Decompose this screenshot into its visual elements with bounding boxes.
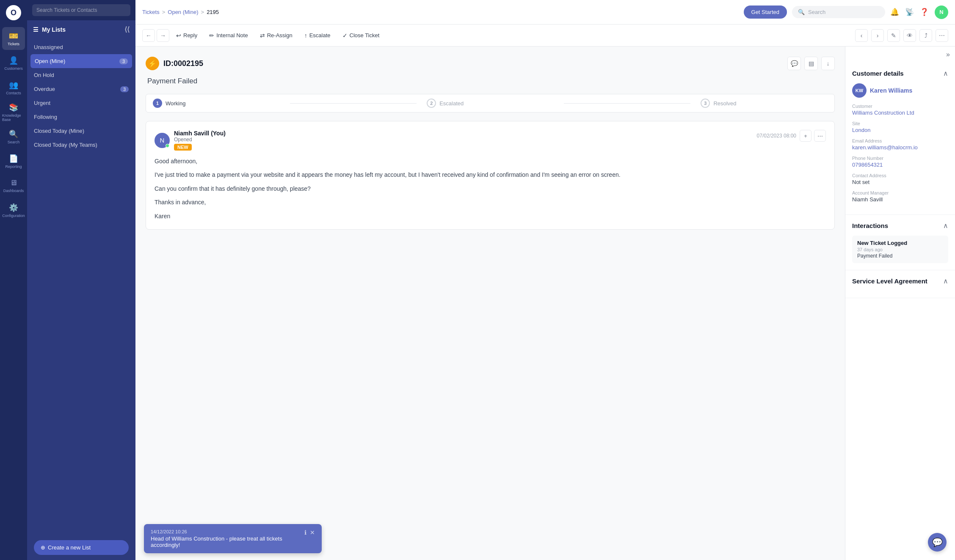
- search-tickets-input[interactable]: [32, 4, 130, 16]
- message-meta: 07/02/2023 08:00 + ⋯: [757, 130, 826, 142]
- panel-collapse-area: »: [845, 47, 955, 63]
- sla-header: Service Level Agreement ∧: [852, 277, 948, 285]
- customer-email-link[interactable]: karen.williams@halocrm.io: [852, 144, 948, 151]
- sidebar-item-dashboards[interactable]: 🖥 Dashboards: [2, 174, 25, 197]
- status-step-working[interactable]: 1 Working: [146, 94, 287, 112]
- reassign-icon: ⇄: [260, 32, 265, 39]
- sidebar: ☰ My Lists ⟨⟨ Unassigned Open (Mine) 3 O…: [27, 0, 135, 560]
- sidebar-item-customers[interactable]: 👤 Customers: [2, 52, 25, 74]
- message-more-button[interactable]: ⋯: [814, 130, 826, 142]
- customer-details-section: Customer details ∧ KW Karen Williams Cus…: [845, 63, 955, 215]
- message-line-5: Karen: [155, 211, 826, 221]
- next-ticket-button[interactable]: ›: [871, 29, 884, 42]
- prev-ticket-button[interactable]: ‹: [855, 29, 868, 42]
- interactions-header: Interactions ∧: [852, 222, 948, 230]
- customer-address: Not set: [852, 179, 948, 185]
- sidebar-item-configuration[interactable]: ⚙️ Configuration: [2, 199, 25, 222]
- sidebar-item-following[interactable]: Following: [27, 110, 135, 124]
- breadcrumb-open-mine[interactable]: Open (Mine): [168, 9, 198, 15]
- reply-icon: ↩: [176, 32, 181, 39]
- user-avatar[interactable]: N: [935, 5, 948, 19]
- customer-field-2: Email Address karen.williams@halocrm.io: [852, 138, 948, 151]
- more-options-button[interactable]: ⋯: [936, 29, 948, 42]
- get-started-button[interactable]: Get Started: [744, 5, 787, 19]
- customers-icon: 👤: [9, 56, 18, 65]
- sidebar-item-closed-today-mine[interactable]: Closed Today (Mine): [27, 124, 135, 138]
- message-status: Opened: [174, 137, 226, 143]
- reassign-button[interactable]: ⇄ Re-Assign: [255, 29, 298, 42]
- help-icon[interactable]: ❓: [920, 8, 929, 16]
- expand-panel-icon[interactable]: »: [946, 51, 950, 58]
- comment-icon-button[interactable]: 💬: [787, 57, 801, 70]
- customer-field-4: Contact Address Not set: [852, 173, 948, 185]
- escalate-button[interactable]: ↑ Escalate: [299, 29, 336, 42]
- share-icon-button[interactable]: ⤴: [919, 29, 932, 42]
- message-timestamp: 07/02/2023 08:00: [757, 133, 796, 139]
- sidebar-item-closed-today-teams[interactable]: Closed Today (My Teams): [27, 138, 135, 152]
- ticket-title: Payment Failed: [146, 77, 835, 85]
- customer-field-3: Phone Number 0798654321: [852, 156, 948, 168]
- notification-message: Head of Williams Construction - please t…: [151, 535, 299, 548]
- reply-button[interactable]: ↩ Reply: [171, 29, 202, 42]
- new-badge: NEW: [174, 144, 192, 151]
- note-icon: ✏: [209, 32, 214, 39]
- sidebar-item-search[interactable]: 🔍 Search: [2, 125, 25, 148]
- message-line-1: Good afternoon,: [155, 156, 826, 166]
- back-button[interactable]: ←: [142, 29, 155, 42]
- notification-close-icon[interactable]: ✕: [310, 529, 315, 536]
- notification-actions: ℹ ✕: [304, 529, 315, 536]
- ticket-type-icon: ⚡: [146, 57, 159, 70]
- chat-bubble-button[interactable]: 💬: [928, 533, 947, 552]
- sidebar-item-reporting[interactable]: 📄 Reporting: [2, 150, 25, 173]
- global-search-input[interactable]: [808, 9, 879, 15]
- sla-collapse[interactable]: ∧: [943, 277, 948, 285]
- layout-icon-button[interactable]: ▤: [804, 57, 818, 70]
- message-author-avatar: N: [155, 133, 170, 148]
- customer-site-link[interactable]: London: [852, 127, 948, 133]
- sidebar-collapse-button[interactable]: ⟨⟨: [124, 25, 130, 33]
- status-step-resolved[interactable]: 3 Resolved: [694, 94, 834, 112]
- dashboards-icon: 🖥: [10, 178, 17, 187]
- top-bar: Tickets > Open (Mine) > 2195 Get Started…: [135, 0, 955, 25]
- message-line-2: I've just tried to make a payment via yo…: [155, 170, 826, 179]
- breadcrumb-tickets[interactable]: Tickets: [142, 9, 160, 15]
- notification-timestamp: 14/12/2022 10:26: [151, 529, 299, 534]
- preview-icon-button[interactable]: 👁: [903, 29, 916, 42]
- status-step-1-num: 1: [153, 99, 162, 108]
- open-mine-badge: 3: [119, 58, 128, 64]
- customer-phone-link[interactable]: 0798654321: [852, 162, 948, 168]
- interactions-section: Interactions ∧ New Ticket Logged 37 days…: [845, 215, 955, 270]
- customer-name[interactable]: Karen Williams: [870, 87, 912, 94]
- forward-button[interactable]: →: [157, 29, 169, 42]
- overdue-badge: 3: [120, 86, 129, 92]
- sidebar-item-knowledge-base[interactable]: 📚 Knowledge Base: [2, 101, 25, 124]
- sidebar-item-contacts[interactable]: 👥 Contacts: [2, 76, 25, 99]
- interactions-collapse[interactable]: ∧: [943, 222, 948, 230]
- tickets-icon: 🎫: [9, 31, 18, 41]
- sidebar-item-on-hold[interactable]: On Hold: [27, 68, 135, 82]
- sidebar-item-urgent[interactable]: Urgent: [27, 96, 135, 110]
- message-actions: + ⋯: [800, 130, 826, 142]
- edit-icon-button[interactable]: ✎: [887, 29, 900, 42]
- sidebar-items-list: Unassigned Open (Mine) 3 On Hold Overdue…: [27, 38, 135, 535]
- sidebar-item-tickets[interactable]: 🎫 Tickets: [2, 27, 25, 50]
- create-list-button[interactable]: ⊕ Create a new List: [34, 540, 129, 555]
- interaction-card[interactable]: New Ticket Logged 37 days ago Payment Fa…: [852, 236, 948, 263]
- breadcrumb: Tickets > Open (Mine) > 2195: [142, 9, 219, 15]
- sidebar-item-unassigned[interactable]: Unassigned: [27, 40, 135, 54]
- download-icon-button[interactable]: ↓: [821, 57, 835, 70]
- message-line-4: Thanks in advance,: [155, 198, 826, 207]
- internal-note-button[interactable]: ✏ Internal Note: [204, 29, 253, 42]
- interaction-title: New Ticket Logged: [857, 240, 943, 246]
- sidebar-item-overdue[interactable]: Overdue 3: [27, 82, 135, 96]
- close-ticket-button[interactable]: ✓ Close Ticket: [337, 29, 385, 42]
- message-add-button[interactable]: +: [800, 130, 811, 142]
- notification-info-icon[interactable]: ℹ: [304, 529, 306, 536]
- status-step-escalated[interactable]: 2 Escalated: [420, 94, 560, 112]
- feed-icon[interactable]: 📡: [905, 8, 914, 16]
- customer-company-link[interactable]: Williams Construction Ltd: [852, 110, 948, 116]
- nav-logo[interactable]: O: [6, 5, 21, 20]
- notifications-icon[interactable]: 🔔: [890, 8, 899, 16]
- customer-details-collapse[interactable]: ∧: [943, 69, 948, 77]
- sidebar-item-open-mine[interactable]: Open (Mine) 3: [30, 54, 132, 68]
